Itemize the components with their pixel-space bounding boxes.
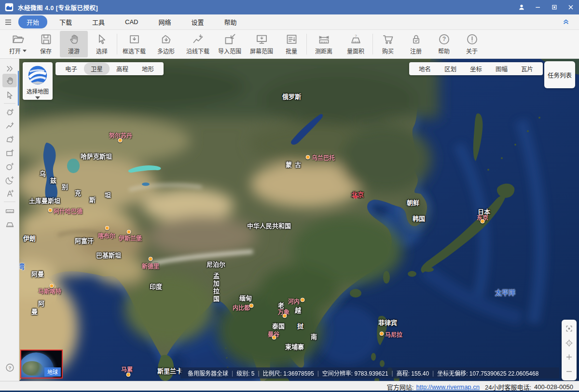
sidebar-draw-circle-button[interactable] <box>2 160 17 173</box>
toolbar-cursor-button[interactable]: 选择 <box>88 31 116 57</box>
map-zoom-out-button[interactable] <box>563 365 576 378</box>
menu-item-设置[interactable]: 设置 <box>183 15 212 28</box>
toolbar-polygon-download-button[interactable]: 多边形 <box>150 31 182 57</box>
sidebar-measure-area-tool-button[interactable] <box>2 217 17 231</box>
basemap-tab-电子[interactable]: 电子 <box>58 63 84 75</box>
map-label-country: 土库曼斯坦 <box>29 196 60 205</box>
sidebar-separator <box>4 202 15 202</box>
menu-item-下载[interactable]: 下载 <box>51 15 80 28</box>
capital-dot-marker <box>283 314 287 318</box>
user-account-button[interactable] <box>513 0 530 14</box>
collapse-ribbon-icon[interactable] <box>562 17 570 27</box>
map-label-country: 印度 <box>150 282 162 291</box>
toolbar-import-range-button[interactable]: 导入范围 <box>214 31 246 57</box>
globe-overview-thumbnail[interactable]: 地球 <box>20 350 63 378</box>
toolbar-about-button[interactable]: 关于 <box>458 31 486 57</box>
toolbar-cart-button[interactable]: 购买 <box>374 31 402 57</box>
overlay-tab-坐标[interactable]: 坐标 <box>463 63 489 75</box>
sidebar-pan-tool-button[interactable] <box>2 74 17 87</box>
capital-dot-marker <box>481 219 485 224</box>
toolbar-label: 沿线下载 <box>186 47 209 55</box>
toolbar-label: 购买 <box>382 47 394 55</box>
map-label-country: 越 <box>295 305 301 314</box>
menu-item-帮助[interactable]: 帮助 <box>216 15 245 28</box>
toolbar-folder-button[interactable]: 打开 <box>4 31 32 57</box>
map-label-country: 别 <box>62 182 68 191</box>
map-label-country: 巴基斯坦 <box>96 250 121 259</box>
map-label-country: 菲律宾 <box>378 318 397 327</box>
sidebar-draw-rectangle-button[interactable] <box>2 146 17 160</box>
map-label-country: 俄罗斯 <box>282 92 301 101</box>
tool-sidebar: ? <box>0 59 19 381</box>
menu-item-工具[interactable]: 工具 <box>84 15 113 28</box>
toolbar-screen-range-button[interactable]: 屏幕范围 <box>246 31 277 57</box>
toolbar-register-button[interactable]: 注册 <box>402 31 430 57</box>
map-label-country: 孟加拉国 <box>211 272 221 303</box>
overlay-tab-地名[interactable]: 地名 <box>412 63 438 75</box>
map-label-country: 泰国 <box>272 321 285 330</box>
sidebar-add-text-button[interactable] <box>2 187 17 200</box>
basemap-tab-卫星[interactable]: 卫星 <box>84 63 110 75</box>
sidebar-draw-polygon-button[interactable] <box>2 133 17 146</box>
sidebar-draw-freeform-button[interactable] <box>2 106 17 119</box>
map-status-bar: 备用服务器全球|级别: 5|比例尺: 1:36978595|空间分辨率: 978… <box>180 367 559 378</box>
map-label-capital: 伊斯兰堡 <box>119 234 142 242</box>
website-link[interactable]: http://www.rivermap.cn <box>416 383 480 391</box>
sidebar-expand-panel-button[interactable] <box>2 62 17 75</box>
close-button[interactable] <box>563 0 579 14</box>
status-segment: 级别: 5 <box>233 369 258 377</box>
map-label-capital: 阿什哈巴德 <box>54 207 83 215</box>
toolbar-hand-button[interactable]: 漫游 <box>60 31 88 57</box>
sidebar-draw-arc-button[interactable] <box>2 173 17 187</box>
sidebar-select-tool-button[interactable] <box>2 88 17 102</box>
status-segment: 坐标无偏移: 107.75390625 22.0605468 <box>434 369 542 377</box>
menu-item-网络[interactable]: 网络 <box>151 15 179 28</box>
toolbar-measure-distance-button[interactable]: 测距离 <box>308 31 340 57</box>
sidebar-draw-polyline-button[interactable] <box>2 119 17 133</box>
capital-dot-marker <box>105 226 110 230</box>
layer-picker-label: 选择地图 <box>27 87 49 95</box>
toolbar-label: 多边形 <box>157 47 175 55</box>
basemap-tab-地形[interactable]: 地形 <box>135 63 161 75</box>
map-label-water: 湾 <box>19 261 25 271</box>
map-locate-button[interactable] <box>563 337 576 349</box>
toolbar-line-download-button[interactable]: 沿线下载 <box>182 31 214 57</box>
toolbar-measure-area-button[interactable]: ?量面积 <box>340 31 372 57</box>
map-label-water: 太平洋 <box>495 287 515 297</box>
toolbar-box-download-button[interactable]: 框选下载 <box>118 31 150 57</box>
toolbar-save-button[interactable]: 保存 <box>32 31 60 57</box>
map-label-country: 伊朗 <box>23 233 36 243</box>
map-viewport[interactable]: 俄罗斯哈萨克斯坦蒙古乌兹别克斯坦土库曼斯坦中华人民共和国伊朗阿富汗巴基斯坦尼泊尔… <box>19 59 579 381</box>
layer-picker-caret-icon <box>35 96 40 99</box>
capital-dot-marker <box>50 284 54 288</box>
hamburger-menu-icon[interactable] <box>0 14 16 30</box>
minimize-button[interactable] <box>530 0 546 14</box>
capital-dot-marker <box>249 304 254 308</box>
capital-dot-marker <box>126 373 131 377</box>
sidebar-measure-distance-tool-button[interactable] <box>2 204 17 217</box>
map-label-country: 克 <box>75 188 81 197</box>
basemap-tab-高程[interactable]: 高程 <box>110 63 135 75</box>
menu-item-start[interactable]: 开始 <box>18 15 47 28</box>
map-label-capital: 乌兰巴托 <box>312 153 335 162</box>
capital-dot-marker <box>306 155 310 160</box>
overlay-tab-图幅[interactable]: 图幅 <box>489 63 514 75</box>
task-list-button[interactable]: 任务列表 <box>544 61 575 88</box>
map-fullscreen-button[interactable] <box>563 323 576 335</box>
map-zoom-in-button[interactable] <box>563 351 576 364</box>
overlay-tab-瓦片[interactable]: 瓦片 <box>514 63 540 75</box>
toolbar-help-button[interactable]: ?帮助 <box>430 31 458 57</box>
capital-dot-marker <box>118 138 123 143</box>
menu-item-CAD[interactable]: CAD <box>117 16 146 27</box>
satellite-imagery <box>19 59 579 381</box>
toolbar-separator <box>306 34 307 54</box>
toolbar-label: 选择 <box>96 47 108 55</box>
layer-picker-button[interactable]: 选择地图 <box>23 62 53 100</box>
svg-text:?: ? <box>8 365 11 370</box>
maximize-restore-button[interactable] <box>546 0 563 14</box>
map-label-country: 兹 <box>50 176 56 185</box>
sidebar-sidebar-help-button[interactable]: ? <box>2 361 17 374</box>
toolbar-batch-button[interactable]: 批量 <box>277 31 305 57</box>
map-label-country: 哈萨克斯坦 <box>81 151 112 161</box>
overlay-tab-区划[interactable]: 区划 <box>438 63 463 75</box>
